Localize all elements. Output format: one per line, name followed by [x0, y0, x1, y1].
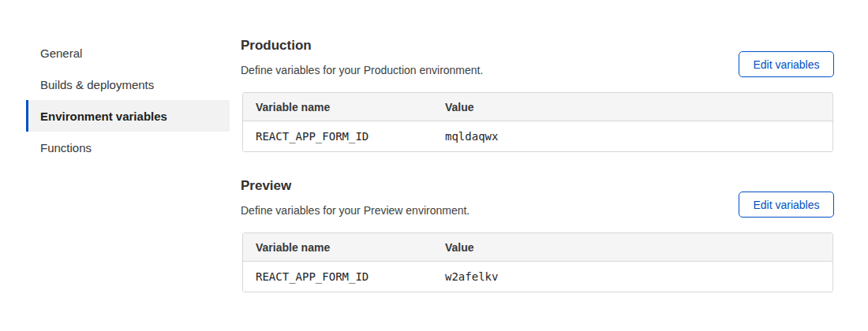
production-variables-table: Variable name Value REACT_APP_FORM_ID mq… — [242, 92, 833, 152]
sidebar-item-label: Builds & deployments — [40, 78, 154, 91]
variable-name-cell: REACT_APP_FORM_ID — [243, 270, 432, 283]
sidebar-item-environment-variables[interactable]: Environment variables — [26, 100, 230, 132]
production-section: Production Define variables for your Pro… — [241, 38, 834, 77]
table-header-row: Variable name Value — [243, 233, 832, 262]
column-header-value: Value — [432, 241, 832, 254]
sidebar-item-label: General — [40, 46, 82, 60]
variable-name-cell: REACT_APP_FORM_ID — [243, 130, 432, 143]
preview-section: Preview Define variables for your Previe… — [241, 178, 834, 218]
sidebar-item-label: Environment variables — [40, 110, 167, 123]
sidebar-item-functions[interactable]: Functions — [26, 132, 230, 163]
column-header-variable-name: Variable name — [243, 241, 432, 254]
settings-sidebar: General Builds & deployments Environment… — [26, 37, 230, 163]
variable-value-cell: mqldaqwx — [432, 130, 832, 143]
settings-content: Production Define variables for your Pro… — [241, 0, 834, 331]
production-edit-variables-button[interactable]: Edit variables — [739, 51, 834, 77]
table-header-row: Variable name Value — [243, 93, 832, 121]
table-row: REACT_APP_FORM_ID w2afelkv — [243, 262, 832, 292]
table-row: REACT_APP_FORM_ID mqldaqwx — [243, 121, 832, 151]
preview-variables-table: Variable name Value REACT_APP_FORM_ID w2… — [242, 232, 833, 292]
sidebar-item-builds-deployments[interactable]: Builds & deployments — [26, 69, 230, 100]
column-header-variable-name: Variable name — [243, 101, 432, 113]
preview-edit-variables-button[interactable]: Edit variables — [739, 192, 834, 218]
column-header-value: Value — [432, 101, 832, 113]
sidebar-item-label: Functions — [40, 141, 92, 154]
variable-value-cell: w2afelkv — [432, 270, 832, 283]
sidebar-item-general[interactable]: General — [26, 37, 230, 69]
